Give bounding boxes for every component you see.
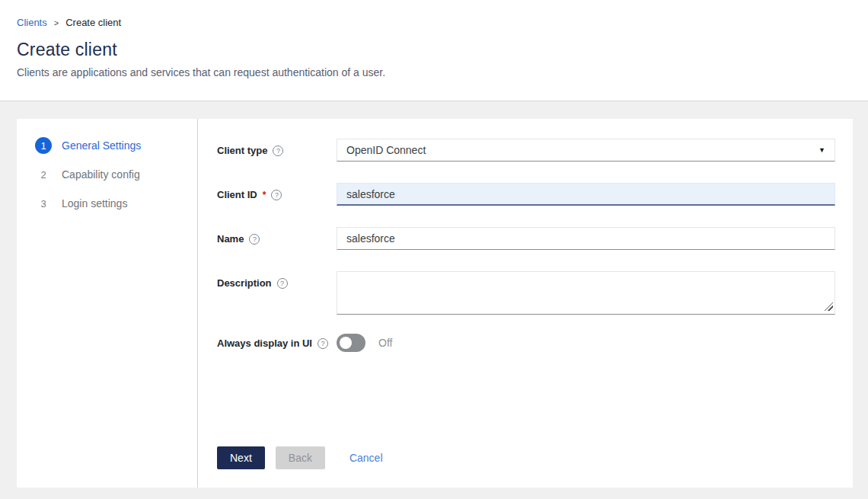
description-textarea[interactable]	[337, 271, 835, 315]
step-label: Capability config	[62, 168, 140, 181]
step-number-badge: 3	[35, 195, 52, 212]
always-display-label: Always display in UI	[217, 337, 312, 349]
page-header: Clients > Create client Create client Cl…	[0, 0, 868, 101]
client-type-selected-value: OpenID Connect	[346, 144, 426, 156]
general-settings-form: Client type ? OpenID Connect ▼ Client ID…	[198, 119, 853, 488]
help-icon[interactable]: ?	[318, 338, 328, 349]
help-icon[interactable]: ?	[249, 234, 260, 245]
chevron-down-icon: ▼	[819, 146, 825, 154]
help-icon[interactable]: ?	[271, 190, 282, 200]
breadcrumb-current: Create client	[65, 17, 121, 28]
help-icon[interactable]: ?	[277, 278, 288, 289]
create-client-card: 1 General Settings 2 Capability config 3…	[17, 119, 853, 488]
step-label: General Settings	[62, 139, 141, 152]
name-label: Name	[217, 233, 244, 245]
breadcrumb-separator-icon: >	[54, 18, 59, 27]
required-asterisk: *	[263, 189, 266, 200]
help-icon[interactable]: ?	[273, 146, 283, 156]
client-id-input[interactable]	[337, 183, 835, 206]
client-id-row: Client ID * ?	[217, 183, 835, 206]
name-input[interactable]	[337, 227, 835, 250]
resize-handle-icon[interactable]	[825, 302, 833, 311]
breadcrumb: Clients > Create client	[17, 17, 868, 28]
back-button[interactable]: Back	[276, 446, 325, 469]
client-type-label: Client type	[217, 145, 267, 156]
page-title: Create client	[17, 40, 868, 60]
breadcrumb-link-clients[interactable]: Clients	[17, 17, 47, 28]
description-label: Description	[217, 277, 272, 289]
wizard-steps: 1 General Settings 2 Capability config 3…	[17, 119, 198, 488]
always-display-toggle[interactable]	[337, 334, 365, 352]
wizard-step-general-settings[interactable]: 1 General Settings	[35, 137, 197, 154]
step-number-badge: 2	[35, 166, 52, 183]
client-id-label: Client ID	[217, 189, 257, 200]
step-number-badge: 1	[35, 137, 52, 154]
toggle-state-text: Off	[378, 337, 392, 349]
wizard-actions: Next Back Cancel	[217, 446, 392, 469]
client-type-row: Client type ? OpenID Connect ▼	[217, 139, 835, 162]
toggle-knob	[340, 337, 352, 349]
client-type-select[interactable]: OpenID Connect ▼	[337, 139, 835, 162]
next-button[interactable]: Next	[217, 446, 265, 469]
step-label: Login settings	[62, 197, 127, 210]
wizard-step-capability-config[interactable]: 2 Capability config	[35, 166, 197, 183]
wizard-step-login-settings[interactable]: 3 Login settings	[35, 195, 197, 212]
name-row: Name ?	[217, 227, 835, 250]
page-subtitle: Clients are applications and services th…	[17, 66, 868, 78]
always-display-row: Always display in UI ? Off	[217, 334, 835, 352]
description-row: Description ?	[217, 271, 835, 315]
cancel-button[interactable]: Cancel	[340, 452, 392, 464]
